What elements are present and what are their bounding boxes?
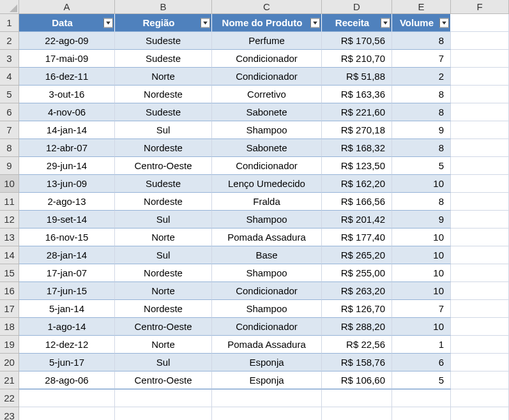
cell-E6[interactable]: 8 <box>392 103 451 121</box>
cell-D7[interactable]: R$ 270,18 <box>322 121 392 139</box>
cell-B20[interactable]: Sul <box>115 354 212 371</box>
filter-button-E[interactable] <box>439 18 449 27</box>
cell-F12[interactable] <box>451 211 509 229</box>
cell-D18[interactable]: R$ 288,20 <box>322 318 392 336</box>
cell-D12[interactable]: R$ 201,42 <box>322 211 392 229</box>
cell-F13[interactable] <box>451 229 509 246</box>
cell-F15[interactable] <box>451 264 509 282</box>
cell-B7[interactable]: Sul <box>115 121 212 139</box>
cell-A21[interactable]: 28-ago-06 <box>19 371 115 389</box>
cell-E22[interactable] <box>392 389 451 407</box>
cell-E9[interactable]: 5 <box>392 157 451 175</box>
cell-B18[interactable]: Centro-Oeste <box>115 318 212 336</box>
cell-B10[interactable]: Sudeste <box>115 175 212 193</box>
cell-B5[interactable]: Nordeste <box>115 86 212 103</box>
cell-C8[interactable]: Sabonete <box>212 139 322 157</box>
cell-A18[interactable]: 1-ago-14 <box>19 318 115 336</box>
cell-A19[interactable]: 12-dez-12 <box>19 336 115 354</box>
column-header-B[interactable]: B <box>115 0 212 14</box>
cell-C9[interactable]: Condicionador <box>212 157 322 175</box>
cell-B15[interactable]: Nordeste <box>115 264 212 282</box>
cell-F6[interactable] <box>451 103 509 121</box>
cell-A4[interactable]: 16-dez-11 <box>19 68 115 86</box>
cell-C6[interactable]: Sabonete <box>212 103 322 121</box>
cell-F9[interactable] <box>451 157 509 175</box>
cell-B22[interactable] <box>115 389 212 407</box>
cell-E4[interactable]: 2 <box>392 68 451 86</box>
filter-button-A[interactable] <box>103 18 113 27</box>
cell-A20[interactable]: 5-jun-17 <box>19 354 115 371</box>
cell-A9[interactable]: 29-jun-14 <box>19 157 115 175</box>
cell-A15[interactable]: 17-jan-07 <box>19 264 115 282</box>
row-header-2[interactable]: 2 <box>0 32 19 50</box>
cell-C13[interactable]: Pomada Assadura <box>212 229 322 246</box>
column-header-F[interactable]: F <box>451 0 509 14</box>
row-header-20[interactable]: 20 <box>0 354 19 371</box>
cell-D8[interactable]: R$ 168,32 <box>322 139 392 157</box>
cell-C17[interactable]: Shampoo <box>212 300 322 318</box>
cell-B4[interactable]: Norte <box>115 68 212 86</box>
cell-C15[interactable]: Shampoo <box>212 264 322 282</box>
cell-C10[interactable]: Lenço Umedecido <box>212 175 322 193</box>
cell-D13[interactable]: R$ 177,40 <box>322 229 392 246</box>
cell-E7[interactable]: 9 <box>392 121 451 139</box>
cell-E18[interactable]: 10 <box>392 318 451 336</box>
cell-F5[interactable] <box>451 86 509 103</box>
row-header-1[interactable]: 1 <box>0 14 19 32</box>
cell-E5[interactable]: 8 <box>392 86 451 103</box>
cell-B11[interactable]: Nordeste <box>115 193 212 211</box>
table-header-E[interactable]: Volume <box>392 14 451 32</box>
cell-E11[interactable]: 8 <box>392 193 451 211</box>
cell-E16[interactable]: 10 <box>392 282 451 300</box>
row-header-18[interactable]: 18 <box>0 318 19 336</box>
cell-D5[interactable]: R$ 163,36 <box>322 86 392 103</box>
cell-B14[interactable]: Sul <box>115 246 212 264</box>
row-header-5[interactable]: 5 <box>0 86 19 103</box>
cell-C18[interactable]: Condicionador <box>212 318 322 336</box>
cell-C3[interactable]: Condicionador <box>212 50 322 68</box>
cell-B12[interactable]: Sul <box>115 211 212 229</box>
cell-C4[interactable]: Condicionador <box>212 68 322 86</box>
select-all-corner[interactable] <box>0 0 19 14</box>
cell-A2[interactable]: 22-ago-09 <box>19 32 115 50</box>
row-header-9[interactable]: 9 <box>0 157 19 175</box>
row-header-19[interactable]: 19 <box>0 336 19 354</box>
cell-D23[interactable] <box>322 407 392 420</box>
row-header-13[interactable]: 13 <box>0 229 19 246</box>
cell-D21[interactable]: R$ 106,60 <box>322 371 392 389</box>
column-header-A[interactable]: A <box>19 0 115 14</box>
cell-A3[interactable]: 17-mai-09 <box>19 50 115 68</box>
cell-A16[interactable]: 17-jun-15 <box>19 282 115 300</box>
cell-E10[interactable]: 10 <box>392 175 451 193</box>
cell-A5[interactable]: 3-out-16 <box>19 86 115 103</box>
table-header-A[interactable]: Data <box>19 14 115 32</box>
cell-C22[interactable] <box>212 389 322 407</box>
cell-A11[interactable]: 2-ago-13 <box>19 193 115 211</box>
filter-button-C[interactable] <box>310 18 320 27</box>
cell-F22[interactable] <box>451 389 509 407</box>
column-header-C[interactable]: C <box>212 0 322 14</box>
cell-F14[interactable] <box>451 246 509 264</box>
cell-B19[interactable]: Norte <box>115 336 212 354</box>
row-header-23[interactable]: 23 <box>0 407 19 420</box>
cell-C7[interactable]: Shampoo <box>212 121 322 139</box>
cell-E8[interactable]: 8 <box>392 139 451 157</box>
cell-C23[interactable] <box>212 407 322 420</box>
cell-A12[interactable]: 19-set-14 <box>19 211 115 229</box>
cell-D11[interactable]: R$ 166,56 <box>322 193 392 211</box>
cell-D15[interactable]: R$ 255,00 <box>322 264 392 282</box>
cell-A7[interactable]: 14-jan-14 <box>19 121 115 139</box>
cell-D22[interactable] <box>322 389 392 407</box>
cell-D3[interactable]: R$ 210,70 <box>322 50 392 68</box>
row-header-4[interactable]: 4 <box>0 68 19 86</box>
cell-E14[interactable]: 10 <box>392 246 451 264</box>
cell-D9[interactable]: R$ 123,50 <box>322 157 392 175</box>
cell-B9[interactable]: Centro-Oeste <box>115 157 212 175</box>
cell-C19[interactable]: Pomada Assadura <box>212 336 322 354</box>
cell-D17[interactable]: R$ 126,70 <box>322 300 392 318</box>
cell-F16[interactable] <box>451 282 509 300</box>
row-header-10[interactable]: 10 <box>0 175 19 193</box>
row-header-8[interactable]: 8 <box>0 139 19 157</box>
filter-button-D[interactable] <box>381 18 390 27</box>
cell-C16[interactable]: Condicionador <box>212 282 322 300</box>
